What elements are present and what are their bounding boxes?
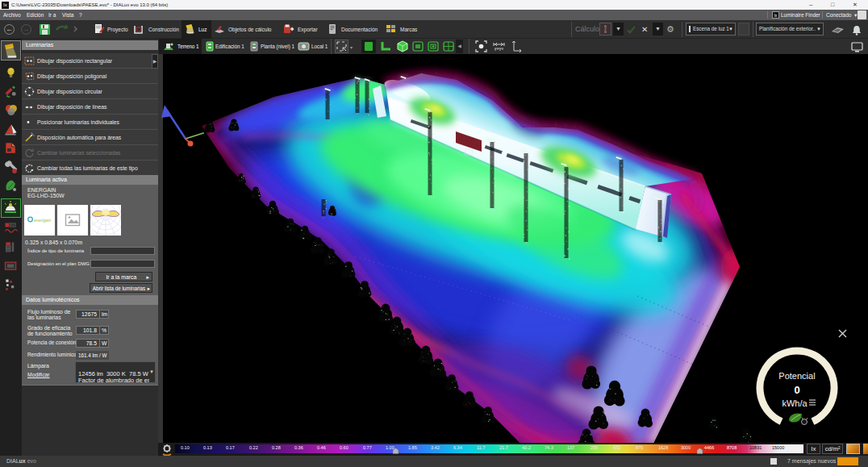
svg-text:kWh/a: kWh/a bbox=[782, 398, 807, 408]
svg-text:Potencial: Potencial bbox=[778, 371, 815, 381]
svg-text:0: 0 bbox=[794, 384, 799, 396]
svg-text:energain: energain bbox=[34, 218, 51, 223]
